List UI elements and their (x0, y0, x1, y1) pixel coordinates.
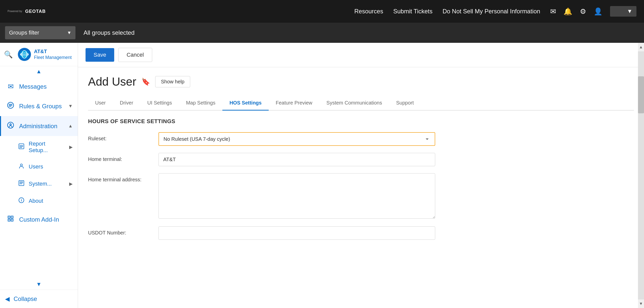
home-terminal-address-textarea[interactable] (158, 173, 435, 219)
search-icon[interactable]: 🔍 (4, 50, 13, 59)
admin-icon (6, 122, 15, 130)
tab-map-settings[interactable]: Map Settings (179, 96, 222, 111)
brand-section: AT&T Fleet Management (18, 48, 74, 61)
sidebar-item-report-label: Report Setup... (29, 141, 65, 154)
tab-feature-preview[interactable]: Feature Preview (269, 96, 319, 111)
top-nav-right: Resources Submit Tickets Do Not Sell My … (354, 6, 636, 17)
sidebar-scroll-down-button[interactable]: ▼ (0, 279, 78, 290)
tab-driver[interactable]: Driver (113, 96, 140, 111)
user-dropdown[interactable]: ▼ (610, 6, 636, 17)
content-toolbar: Save Cancel (78, 43, 644, 67)
scroll-thumb[interactable] (638, 76, 644, 114)
home-terminal-label: Home terminal: (88, 153, 153, 162)
sidebar-item-system-label: System... (29, 181, 52, 187)
plugin-icon (6, 215, 15, 224)
top-navigation: Powered by GEOTAB Resources Submit Ticke… (0, 0, 644, 23)
show-help-button[interactable]: Show help (155, 76, 190, 87)
about-svg-icon: i (18, 197, 25, 203)
rules-chevron-down-icon: ▼ (68, 104, 73, 109)
collapse-arrow-icon: ◀ (5, 295, 10, 302)
home-terminal-row: Home terminal: (88, 153, 634, 166)
page-title-row: Add User 🔖 Show help (88, 75, 634, 88)
groups-filter-dropdown[interactable]: Groups filter ▼ (5, 26, 75, 39)
scroll-down-button[interactable]: ▼ (637, 299, 644, 308)
submit-tickets-link[interactable]: Submit Tickets (393, 8, 432, 15)
gear-icon[interactable]: ⚙ (580, 7, 586, 16)
brand-name-line1: AT&T (34, 48, 72, 55)
sidebar-item-rules-groups[interactable]: Rules & Groups ▼ (0, 96, 78, 116)
home-terminal-input[interactable] (158, 153, 435, 166)
groups-filter-arrow-icon: ▼ (67, 30, 71, 36)
report-icon (18, 143, 25, 151)
tab-support[interactable]: Support (389, 96, 421, 111)
mail-icon[interactable]: ✉ (550, 7, 556, 16)
rules-icon (6, 102, 15, 111)
sidebar-collapse-label: Collapse (14, 295, 37, 302)
brand-text: AT&T Fleet Management (34, 48, 72, 60)
sidebar-scroll-up-button[interactable]: ▲ (0, 66, 78, 77)
ruleset-label: Ruleset: (88, 132, 153, 142)
right-scrollbar: ▲ ▼ (638, 43, 644, 308)
sidebar-item-custom-addon[interactable]: Custom Add-In (0, 210, 78, 229)
main-layout: 🔍 AT&T Fleet Management ▲ (0, 43, 644, 308)
tab-hos-settings[interactable]: HOS Settings (222, 96, 269, 111)
sidebar-item-messages[interactable]: ✉ Messages (0, 77, 78, 96)
report-svg-icon (18, 143, 25, 150)
svg-point-7 (20, 164, 22, 166)
scroll-up-button[interactable]: ▲ (637, 43, 644, 51)
sidebar-navigation: ✉ Messages Rules & Groups ▼ Administrati… (0, 77, 78, 279)
sidebar-item-users-label: Users (29, 163, 43, 170)
top-nav-icons: ✉ 🔔 ⚙ 👤 ▼ (550, 6, 636, 17)
groups-filter-label: Groups filter (9, 29, 39, 36)
home-terminal-address-label: Home terminal address: (88, 173, 153, 183)
usdot-input[interactable] (158, 226, 435, 240)
admin-chevron-up-icon: ▲ (68, 123, 73, 129)
tab-system-communications[interactable]: System Communications (319, 96, 389, 111)
save-button[interactable]: Save (86, 48, 114, 62)
users-icon (18, 163, 25, 171)
content-body: Add User 🔖 Show help User Driver UI Sett… (78, 67, 644, 308)
powered-by-text: Powered by (8, 10, 22, 13)
user-name (614, 8, 625, 15)
sidebar-item-about-label: About (29, 198, 43, 204)
sidebar-item-report-setup[interactable]: Report Setup... ▶ (0, 136, 78, 158)
sidebar-item-admin-label: Administration (19, 123, 64, 130)
sidebar-item-system[interactable]: System... ▶ (0, 175, 78, 192)
tab-ui-settings[interactable]: UI Settings (140, 96, 179, 111)
cancel-button[interactable]: Cancel (118, 48, 152, 62)
system-chevron-right-icon: ▶ (69, 181, 73, 187)
sidebar-item-administration[interactable]: Administration ▲ (0, 116, 78, 136)
usdot-control (158, 226, 435, 240)
sidebar-collapse-button[interactable]: ◀ Collapse (0, 290, 78, 308)
ruleset-control: No Ruleset (USA 7-day cycle) USA 7-day c… (158, 132, 435, 146)
sidebar-item-about[interactable]: i About (0, 192, 78, 210)
about-icon: i (18, 197, 25, 205)
sidebar-item-users[interactable]: Users (0, 158, 78, 175)
tab-user[interactable]: User (88, 96, 113, 111)
geotab-brand: GEOTAB (25, 9, 46, 14)
resources-link[interactable]: Resources (354, 8, 383, 15)
hos-section-title: HOURS OF SERVICE SETTINGS (88, 118, 634, 125)
message-icon: ✉ (6, 82, 15, 91)
hos-settings-section: HOURS OF SERVICE SETTINGS Ruleset: No Ru… (88, 118, 634, 240)
sidebar-header: 🔍 AT&T Fleet Management (0, 43, 78, 66)
sidebar-item-rules-label: Rules & Groups (19, 103, 64, 110)
usdot-row: USDOT Number: (88, 226, 634, 240)
top-nav-links: Resources Submit Tickets Do Not Sell My … (354, 8, 540, 15)
plugin-svg-icon (7, 215, 14, 222)
content-area: Save Cancel Add User 🔖 Show help User Dr… (78, 43, 644, 308)
admin-svg-icon (7, 122, 14, 129)
brand-logo: Powered by GEOTAB (8, 9, 46, 14)
do-not-sell-link[interactable]: Do Not Sell My Personal Information (442, 8, 540, 15)
rules-svg-icon (7, 102, 14, 109)
system-svg-icon (18, 180, 25, 186)
bookmark-icon[interactable]: 🔖 (141, 78, 150, 86)
bell-icon[interactable]: 🔔 (564, 7, 572, 16)
sidebar-item-messages-label: Messages (19, 83, 73, 90)
sidebar-item-custom-addon-label: Custom Add-In (19, 216, 73, 223)
usdot-label: USDOT Number: (88, 226, 153, 236)
ruleset-select[interactable]: No Ruleset (USA 7-day cycle) USA 7-day c… (158, 132, 435, 146)
system-icon (18, 180, 25, 188)
user-icon[interactable]: 👤 (594, 7, 602, 16)
ruleset-row: Ruleset: No Ruleset (USA 7-day cycle) US… (88, 132, 634, 146)
